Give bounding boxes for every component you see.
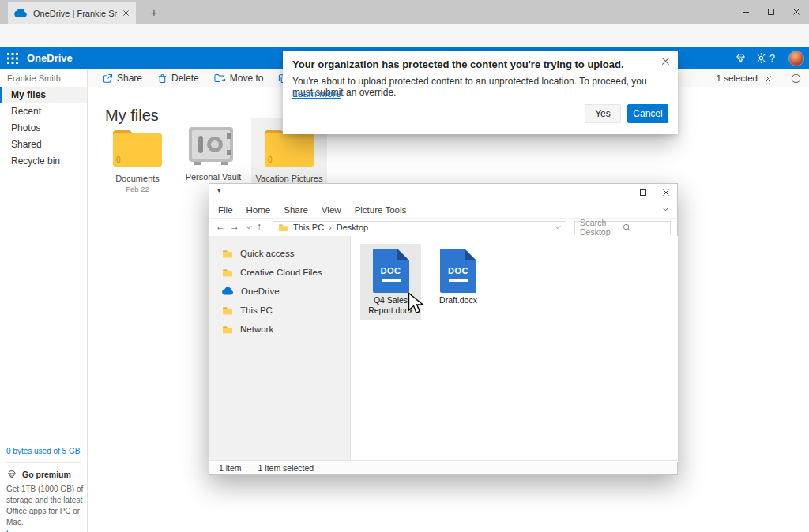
yes-button[interactable]: Yes [585,104,621,123]
file-name: Draft.docx [430,295,487,309]
ribbon-tab-picture-tools[interactable]: Picture Tools [355,205,407,215]
dialog-learn-more-link[interactable]: Learn more [292,88,341,99]
breadcrumb-current[interactable]: Desktop [337,223,368,232]
folder-icon [222,306,233,315]
breadcrumb-folder-icon [278,223,288,232]
status-divider [250,464,250,472]
browser-tab-strip: OneDrive | Frankie Smith + [0,0,809,24]
sidebar-item-recycle-bin[interactable]: Recycle bin [0,153,87,170]
explorer-nav-network[interactable]: Network [209,320,350,339]
go-premium-title: Go premium [22,470,71,479]
onedrive-cloud-icon [222,287,234,295]
browser-tab[interactable]: OneDrive | Frankie Smith [8,2,136,24]
doc-file-icon: DOC [373,249,409,293]
premium-promo: Go premium Get 1TB (1000 GB) of storage … [6,470,84,532]
selection-count: 1 selected [717,73,758,83]
settings-gear-icon[interactable] [755,52,767,64]
window-maximize-button[interactable] [758,0,784,24]
explorer-forward-icon[interactable]: → [230,221,239,232]
clear-selection-icon[interactable] [765,75,772,82]
explorer-back-icon[interactable]: ← [216,221,225,232]
tile-label: Vacation Pictures [251,174,327,183]
sidebar-item-my-files[interactable]: My files [0,87,87,103]
sidebar-item-photos[interactable]: Photos [0,120,87,137]
app-launcher-icon[interactable] [6,52,19,65]
tile-documents[interactable]: 0 Documents Feb 22 [100,118,175,193]
breadcrumb-root[interactable]: This PC [293,223,324,232]
tab-close-icon[interactable] [122,9,130,17]
explorer-ribbon-tabs: File Home Share View Picture Tools [209,201,677,219]
explorer-content-pane[interactable]: DOC Q4 Sales Report.docx DOC Draft.docx [351,236,678,462]
folder-icon [222,268,233,277]
folder-icon [222,325,233,334]
recent-locations-chevron-icon[interactable] [246,225,252,230]
status-selected-count: 1 item selected [258,463,314,473]
quick-access-toolbar-caret-icon[interactable]: ▾ [217,186,221,194]
go-premium-body: Get 1TB (1000 GB) of storage and the lat… [6,484,84,528]
explorer-maximize-button[interactable] [632,184,654,201]
onedrive-brand[interactable]: OneDrive [27,47,73,69]
explorer-nav-this-pc[interactable]: This PC [209,301,350,320]
folder-item-count: 0 [268,155,273,164]
explorer-nav-onedrive[interactable]: OneDrive [209,282,350,301]
tile-date: Feb 22 [100,185,175,193]
sidebar-item-recent[interactable]: Recent [0,103,87,120]
onedrive-cloud-icon [14,9,28,17]
tile-label: Documents [100,174,175,183]
address-breadcrumb[interactable]: This PC › Desktop [273,221,566,234]
sidebar-user-name: Frankie Smith [0,69,87,87]
address-dropdown-chevron-icon[interactable] [555,225,561,230]
search-icon[interactable] [623,223,665,232]
browser-toolbar: ← → ↻ ⌂ https://onedrive.live.com/?id=ro… [0,24,809,47]
dialog-close-icon[interactable] [661,57,670,66]
vault-safe-icon [185,125,237,167]
folder-icon [222,249,233,258]
dialog-title: Your organization has protected the cont… [292,58,651,70]
file-draft[interactable]: DOC Draft.docx [430,244,487,309]
screen: OneDrive | Frankie Smith + ← → ↻ ⌂ https… [0,0,809,532]
sidebar-divider [87,69,88,532]
explorer-address-row: ← → ↑ This PC › Desktop Search Desktop [209,219,677,236]
delete-button[interactable]: Delete [157,73,199,84]
ribbon-tab-file[interactable]: File [218,205,233,215]
help-icon[interactable]: ? [769,47,775,69]
cancel-button[interactable]: Cancel [627,104,668,123]
window-close-button[interactable] [784,0,809,24]
move-to-button[interactable]: Move to [214,73,264,84]
go-premium-diamond-icon [6,470,17,479]
ribbon-expand-chevron-icon[interactable] [662,207,669,212]
explorer-status-bar: 1 item 1 item selected [209,460,677,474]
window-minimize-button[interactable] [733,0,758,24]
file-explorer-window: ▾ File Home Share View Picture Tools ← → [209,183,678,475]
sidebar-bottom-divider [6,462,81,463]
new-tab-button[interactable]: + [145,5,163,21]
explorer-nav-creative-cloud[interactable]: Creative Cloud Files [209,263,350,282]
tab-title: OneDrive | Frankie Smith [33,9,117,18]
tile-label: Personal Vault [175,172,251,182]
explorer-close-button[interactable] [655,184,677,201]
dialog-body: You're about to upload protected content… [292,76,668,98]
storage-usage-link[interactable]: 0 bytes used of 5 GB [6,447,80,455]
tile-personal-vault[interactable]: Personal Vault [175,118,251,182]
onedrive-nav: My files Recent Photos Shared Recycle bi… [0,87,87,170]
explorer-nav-quick-access[interactable]: Quick access [209,244,350,263]
sidebar-item-shared[interactable]: Shared [0,137,87,153]
explorer-minimize-button[interactable] [609,184,631,201]
share-button[interactable]: Share [103,73,142,84]
info-icon[interactable] [791,73,801,84]
explorer-titlebar[interactable]: ▾ [209,184,677,201]
folder-item-count: 0 [116,155,121,164]
explorer-search-input[interactable]: Search Desktop [574,221,671,234]
doc-file-icon: DOC [440,249,476,293]
explorer-nav-pane: Quick access Creative Cloud Files OneDri… [209,236,351,462]
protection-dialog: Your organization has protected the cont… [283,51,678,134]
status-item-count: 1 item [219,463,242,473]
search-placeholder: Search Desktop [580,218,623,237]
explorer-up-icon[interactable]: ↑ [257,221,262,232]
ribbon-tab-share[interactable]: Share [284,205,308,215]
onedrive-profile-avatar[interactable] [788,51,804,66]
mouse-cursor [408,292,425,316]
ribbon-tab-home[interactable]: Home [246,205,271,215]
premium-diamond-icon[interactable] [735,53,747,63]
ribbon-tab-view[interactable]: View [322,205,341,215]
